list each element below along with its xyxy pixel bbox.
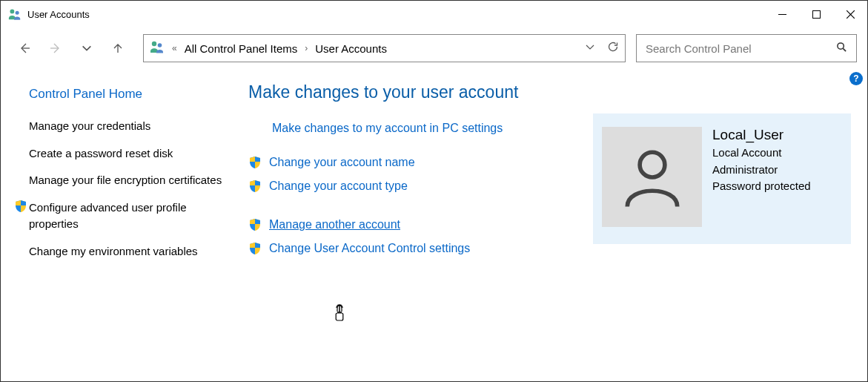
chevron-right-icon[interactable]: › — [305, 43, 308, 53]
sidebar: Control Panel Home Manage your credentia… — [8, 78, 231, 270]
page-heading: Make changes to your user account — [248, 82, 584, 102]
shield-icon — [248, 156, 262, 169]
shield-icon — [14, 200, 27, 213]
uac-settings-link[interactable]: Change User Account Control settings — [248, 242, 584, 255]
link-label: Change User Account Control settings — [269, 242, 470, 255]
avatar — [602, 127, 702, 227]
addressbar-icon — [150, 40, 165, 56]
close-button[interactable] — [833, 2, 867, 26]
user-role: Administrator — [712, 162, 811, 179]
sidebar-item-label: Configure advanced user profile properti… — [29, 200, 231, 233]
sidebar-item-profile-properties[interactable]: Configure advanced user profile properti… — [8, 200, 231, 233]
link-label: Manage another account — [269, 218, 400, 231]
sidebar-item-label: Change my environment variables — [29, 243, 198, 260]
link-label: Change your account type — [269, 180, 408, 193]
pc-settings-link[interactable]: Make changes to my account in PC setting… — [272, 122, 584, 135]
refresh-button[interactable] — [607, 41, 619, 56]
change-type-link[interactable]: Change your account type — [248, 180, 584, 193]
back-button[interactable] — [11, 35, 38, 62]
sidebar-item-encryption[interactable]: Manage your file encryption certificates — [8, 172, 231, 189]
control-panel-home-link[interactable]: Control Panel Home — [29, 87, 231, 102]
main-panel: Make changes to your user account Make c… — [231, 78, 851, 270]
user-type: Local Account — [712, 145, 811, 162]
svg-rect-3 — [812, 10, 820, 18]
shield-icon — [248, 180, 262, 193]
change-name-link[interactable]: Change your account name — [248, 156, 584, 169]
link-label: Change your account name — [269, 156, 415, 169]
svg-rect-11 — [336, 313, 343, 320]
content: ? Control Panel Home Manage your credent… — [1, 69, 867, 270]
sidebar-item-reset-disk[interactable]: Create a password reset disk — [8, 145, 231, 162]
user-password-status: Password protected — [712, 178, 811, 195]
forward-button[interactable] — [42, 35, 69, 62]
manage-another-link[interactable]: Manage another account — [248, 218, 584, 231]
shield-icon — [248, 218, 262, 231]
user-info: Local_User Local Account Administrator P… — [712, 127, 811, 195]
window-controls — [765, 2, 867, 26]
help-button[interactable]: ? — [849, 72, 863, 85]
window-title: User Accounts — [27, 9, 90, 20]
search-input[interactable] — [646, 42, 836, 55]
link-label: Make changes to my account in PC setting… — [272, 122, 503, 135]
cursor-icon — [334, 303, 349, 321]
breadcrumb-item[interactable]: User Accounts — [315, 42, 387, 55]
sidebar-item-label: Manage your file encryption certificates — [29, 172, 222, 189]
minimize-button[interactable] — [765, 2, 799, 26]
svg-line-9 — [843, 48, 846, 51]
user-name: Local_User — [712, 127, 811, 143]
user-card: Local_User Local Account Administrator P… — [593, 113, 851, 244]
sidebar-item-label: Create a password reset disk — [29, 145, 173, 162]
titlebar-icon — [8, 7, 21, 21]
titlebar: User Accounts — [1, 1, 867, 27]
toolbar: « All Control Panel Items › User Account… — [1, 27, 867, 69]
sidebar-item-credentials[interactable]: Manage your credentials — [8, 118, 231, 135]
recent-dropdown[interactable] — [73, 35, 100, 62]
svg-point-8 — [838, 42, 844, 48]
sidebar-item-label: Manage your credentials — [29, 118, 150, 135]
address-bar[interactable]: « All Control Panel Items › User Account… — [143, 34, 626, 62]
search-box[interactable] — [636, 34, 857, 62]
up-button[interactable] — [105, 35, 131, 62]
breadcrumb-item[interactable]: All Control Panel Items — [185, 42, 298, 55]
address-dropdown[interactable] — [585, 42, 595, 55]
maximize-button[interactable] — [799, 2, 833, 26]
breadcrumb-overflow-icon[interactable]: « — [172, 43, 177, 53]
shield-icon — [248, 242, 262, 255]
svg-point-10 — [640, 152, 665, 177]
search-icon[interactable] — [836, 42, 847, 56]
sidebar-item-env-vars[interactable]: Change my environment variables — [8, 243, 231, 260]
